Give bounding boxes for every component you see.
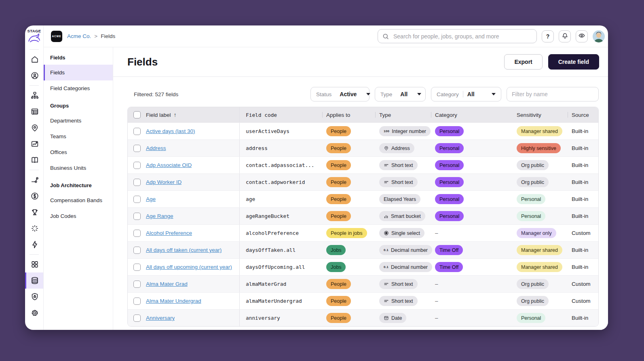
applies-to-badge: Jobs — [326, 245, 346, 255]
field-label-link[interactable]: All days off taken (current year) — [146, 247, 222, 253]
row-checkbox-cell — [128, 191, 146, 207]
rail-item-workflows[interactable] — [25, 172, 43, 188]
rail-item-security[interactable] — [25, 289, 43, 305]
field-label-link[interactable]: Age — [146, 196, 156, 202]
rippling-rabbit-logo — [27, 33, 41, 45]
category-badge: Time Off — [435, 245, 463, 255]
rail-item-payroll[interactable] — [25, 188, 43, 204]
create-field-button[interactable]: Create field — [548, 54, 599, 70]
type-cell: Short text — [379, 293, 435, 309]
column-header-source[interactable]: Source — [572, 107, 598, 122]
rail-item-reports[interactable] — [25, 136, 43, 152]
column-header-field-label[interactable]: Field label↑ — [146, 107, 239, 122]
field-label-link[interactable]: Active days (last 30) — [146, 128, 195, 134]
filter-value: All — [400, 91, 408, 97]
field-label-link[interactable]: Alma Mater Undergrad — [146, 298, 201, 304]
select-all-checkbox[interactable] — [133, 111, 141, 118]
notifications-button[interactable] — [559, 30, 571, 42]
export-button[interactable]: Export — [504, 54, 542, 70]
name-filter-input[interactable] — [507, 87, 599, 101]
rail-item-locations[interactable] — [25, 120, 43, 136]
filter-category[interactable]: CategoryAll — [431, 87, 501, 101]
sidenav-item-job-codes[interactable]: Job Codes — [44, 208, 113, 224]
row-checkbox[interactable] — [133, 213, 141, 220]
bell-icon — [562, 32, 568, 40]
column-header-sensitivity[interactable]: Sensitivity — [517, 107, 572, 122]
row-checkbox[interactable] — [133, 230, 141, 237]
data-icon — [30, 276, 39, 285]
source-cell: Custom — [572, 276, 598, 292]
sidenav-section-header: Job Architecture — [44, 176, 113, 192]
field-label-cell: Anniversary — [146, 310, 239, 326]
row-checkbox[interactable] — [133, 315, 141, 322]
help-button[interactable]: ? — [542, 30, 554, 42]
sidenav-item-field-categories[interactable]: Field Categories — [44, 80, 113, 96]
row-checkbox[interactable] — [133, 145, 141, 152]
column-header-type[interactable]: Type — [379, 107, 435, 122]
org-logo[interactable]: ACME — [51, 31, 62, 42]
row-checkbox[interactable] — [133, 128, 141, 135]
row-checkbox[interactable] — [133, 247, 141, 254]
field-label-link[interactable]: Alcohol Preference — [146, 230, 192, 236]
rail-item-spark[interactable] — [25, 220, 43, 236]
desktop-background: { "chrome": { "env": "STAGE" }, "topbar"… — [0, 0, 644, 361]
field-label-cell: Address — [146, 140, 239, 156]
field-label-link[interactable]: Anniversary — [146, 315, 175, 321]
field-label-link[interactable]: Adp Worker ID — [146, 179, 182, 185]
locations-icon — [30, 123, 39, 132]
rail-item-org-chart[interactable] — [25, 87, 43, 103]
search-icon — [382, 33, 389, 40]
applies-to-cell: People — [326, 310, 379, 326]
field-label-link[interactable]: Age Range — [146, 213, 173, 219]
field-code-cell: contact.adpworkerid — [239, 174, 326, 190]
column-header-field-code[interactable]: Field code — [239, 107, 326, 122]
category-badge: Personal — [435, 143, 464, 153]
row-checkbox[interactable] — [133, 281, 141, 288]
rail-item-performance[interactable] — [25, 204, 43, 220]
rail-item-data[interactable] — [25, 272, 43, 289]
chevron-down-icon — [366, 93, 370, 95]
sidenav-item-offices[interactable]: Offices — [44, 144, 113, 160]
rail-item-library[interactable] — [25, 152, 43, 168]
rail-item-home[interactable] — [25, 51, 43, 68]
main-column: ACME Acme Co. > Fields ? — [44, 25, 608, 330]
search-input[interactable] — [393, 33, 532, 40]
row-checkbox[interactable] — [133, 264, 141, 271]
rail-item-people[interactable] — [25, 68, 43, 84]
view-as-button[interactable] — [576, 30, 588, 42]
sensitivity-badge: Org public — [517, 296, 549, 306]
sort-ascending-icon[interactable]: ↑ — [174, 112, 177, 118]
column-header-applies-to[interactable]: Applies to — [326, 107, 379, 122]
type-badge: Smart bucket — [379, 211, 425, 221]
sidenav-item-fields[interactable]: Fields — [44, 65, 113, 80]
field-label-link[interactable]: Adp Associate OID — [146, 162, 192, 168]
row-checkbox[interactable] — [133, 196, 141, 203]
field-label-link[interactable]: Address — [146, 145, 166, 151]
sensitivity-cell: Personal — [517, 208, 572, 224]
sidenav-item-departments[interactable]: Departments — [44, 113, 113, 129]
decimal-number-icon: 0.1 — [384, 248, 389, 252]
row-checkbox[interactable] — [133, 179, 141, 186]
row-checkbox[interactable] — [133, 298, 141, 305]
filter-type[interactable]: TypeAll — [375, 87, 426, 101]
workflows-icon — [30, 175, 39, 184]
field-label-link[interactable]: Alma Mater Grad — [146, 281, 188, 287]
sidenav-item-compensation-bands[interactable]: Compensation Bands — [44, 192, 113, 208]
rail-item-settings[interactable] — [25, 305, 43, 321]
table-row: AgeagePeopleElapsed YearsPersonalPersona… — [128, 190, 598, 207]
integer-number-icon: 100 — [384, 129, 389, 133]
sensitivity-badge: Manager shared — [517, 262, 562, 272]
breadcrumb-org-link[interactable]: Acme Co. — [67, 33, 91, 39]
source-cell: Built-in — [572, 157, 598, 173]
sidenav-item-business-units[interactable]: Business Units — [44, 160, 113, 176]
column-header-category[interactable]: Category — [435, 107, 517, 122]
rail-item-documents[interactable] — [25, 103, 43, 120]
field-label-link[interactable]: All days off upcoming (current year) — [146, 264, 232, 270]
global-search[interactable] — [378, 29, 537, 43]
row-checkbox[interactable] — [133, 162, 141, 169]
user-avatar[interactable] — [593, 30, 605, 42]
rail-item-automations[interactable] — [25, 236, 43, 253]
filter-status[interactable]: StatusActive — [310, 87, 370, 101]
sidenav-item-teams[interactable]: Teams — [44, 129, 113, 144]
rail-item-apps[interactable] — [25, 256, 43, 272]
